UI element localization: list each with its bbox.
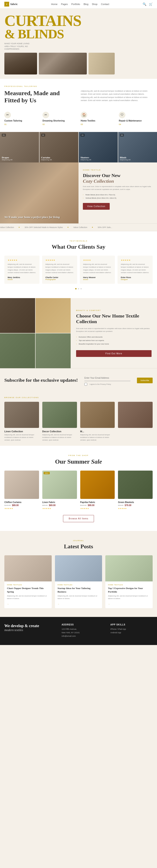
product-linen: SALE Linen Fabric $89.00 $69.00 ★★★★★	[42, 471, 77, 509]
subscribe-title: Subscribe for the exclusive updates!	[4, 377, 78, 383]
service-name-1: Custom Tailoring	[4, 120, 22, 122]
post-title-1: Chart-Topper Designer Trends This Spring	[7, 587, 49, 593]
paprika-image	[80, 471, 115, 499]
services-grid: ✂ Custom Tailoring 01 ✂ Dreaming Shorten…	[4, 112, 153, 125]
testimonial-role-1: Doctor	[8, 279, 36, 280]
logo-text: fabric	[10, 2, 18, 6]
hero-title-line1: CURTAINS	[4, 13, 153, 29]
gallery-item-shutters[interactable]: 03 Shutters Adipiscing elit	[79, 132, 118, 162]
paprika-price: $129.00 $99.00	[80, 504, 115, 506]
nav-links: Home Pages Portfolio Blog Shop Contact	[51, 3, 109, 5]
linen-price-old: $89.00	[42, 504, 48, 506]
cart-icon[interactable]: 🛒	[149, 2, 153, 6]
dot-3[interactable]	[80, 288, 82, 289]
tailoring-heading: Measured, Made and Fitted by Us	[4, 90, 76, 104]
logo[interactable]: f fabric	[4, 2, 18, 6]
footer-brand: We develop & create modern textiles	[4, 623, 55, 632]
cozy-list-item-1: Roller Blinds (from 83cm W x 75cm D)	[83, 193, 153, 196]
textile-image-4	[35, 333, 71, 368]
post-title-2: Startup Ideas for Your Tailoring Busines…	[57, 587, 100, 593]
nav-blog[interactable]: Blog	[83, 3, 88, 5]
gallery-item-blinds[interactable]: 04 Blinds Adipiscing elit	[118, 132, 157, 162]
gallery-grid: 01 Drapes Adipiscing elit 02 Curtains Ad…	[0, 132, 157, 162]
tailoring-label: PROFESSIONAL TAILORING	[4, 85, 153, 87]
hero-image-3	[88, 53, 115, 74]
collection-item-linen: Linen Collection Adipiscing elit, sed do…	[4, 402, 39, 441]
decor-collection-text: Adipiscing elit, sed do eiusmod tempor i…	[42, 434, 77, 441]
textile-label: BEAUTY & COMFORT	[76, 309, 152, 311]
footer-app-line2: Android App	[110, 631, 153, 634]
dot-1[interactable]	[75, 288, 77, 289]
nav-pages[interactable]: Pages	[61, 3, 68, 5]
linen-price: $89.00 $69.00	[42, 504, 77, 506]
collection-image-4	[118, 402, 153, 428]
nav-portfolio[interactable]: Portfolio	[71, 3, 80, 5]
linen-stars: ★★★★★	[42, 507, 77, 509]
browse-all-button[interactable]: Browse All Items	[63, 515, 94, 522]
privacy-checkbox[interactable]	[84, 383, 87, 386]
marquee-bar: Value Collection ✦ 30% OFF Selected Made…	[0, 223, 157, 231]
footer-address-line2: New York, NY 10161	[62, 631, 104, 634]
nav-contact[interactable]: Contact	[101, 3, 109, 5]
collection-item-decor: Decor Collection Adipiscing elit, sed do…	[42, 402, 77, 441]
testimonial-author-2: Charlie Carter	[45, 276, 74, 279]
product-chiffon: Chiffon Curtains $119.00 $89.00 ★★★★★	[4, 471, 39, 509]
email-input[interactable]	[84, 375, 130, 381]
green-blankets-price-old: $99.00	[118, 504, 123, 506]
nav-home[interactable]: Home	[51, 3, 57, 5]
product-paprika: Paprika Fabric $129.00 $99.00 ★★★★★	[80, 471, 115, 509]
service-name-3: Home Textiles	[81, 120, 95, 122]
collection-image-3	[80, 402, 115, 428]
collection-title-3: M...	[80, 430, 115, 433]
view-collection-button[interactable]: View Collection	[83, 203, 110, 210]
testimonial-text-2: Adipiscing elit, sed do eiusmod tempor i…	[45, 263, 74, 274]
cozy-section: We'll make your home a perfect place for…	[0, 162, 157, 223]
post-link-2[interactable]: →	[57, 603, 59, 605]
subscribe-form: I agree to the Privacy Policy	[84, 375, 130, 386]
post-image-3	[105, 555, 153, 582]
textile-list-item-1: Exclusive Offers and discounts	[76, 335, 152, 339]
textile-list-item-2: Tips and advice from our experts	[76, 339, 152, 342]
testimonial-card-1: ★★★★★ Adipiscing elit, sed do eiusmod te…	[4, 256, 40, 284]
testimonial-text-1: Adipiscing elit, sed do eiusmod tempor i…	[8, 263, 36, 274]
search-icon[interactable]: 🔍	[142, 2, 146, 6]
service-name-4: Repair & Maintenance	[119, 120, 141, 122]
dreaming-icon: ✂	[43, 112, 49, 118]
summer-label: FROM THE SHOP	[4, 455, 153, 457]
gallery-item-drapes[interactable]: 01 Drapes Adipiscing elit	[0, 132, 39, 162]
linen-image: SALE	[42, 471, 77, 499]
find-out-more-button[interactable]: Find Out More	[76, 350, 152, 357]
collection-item-3: M... Adipiscing elit, sed do eiusmod tem…	[80, 402, 115, 441]
cozy-image-text: We'll make your home a perfect place for…	[4, 215, 60, 219]
marquee-item-4: 50% OFF Sele...	[98, 226, 112, 228]
post-text-3: Adipiscing elit, sed do eiusmod tempor i…	[108, 595, 150, 600]
service-repair: 🛡 Repair & Maintenance 04	[119, 112, 153, 125]
post-text-1: Adipiscing elit, sed do eiusmod tempor i…	[7, 595, 49, 600]
footer-app-line1: iPhone / iPad App	[110, 628, 153, 630]
footer-brand-line2: modern textiles	[4, 628, 55, 632]
collection-text-3: Adipiscing elit, sed do eiusmod tempor i…	[80, 434, 115, 441]
repair-icon: 🛡	[119, 112, 125, 118]
dot-2[interactable]	[78, 288, 79, 289]
linen-badge: SALE	[44, 472, 50, 474]
post-image-2	[55, 555, 102, 582]
nav-icons: 🔍 🛒	[142, 2, 153, 6]
post-link-1[interactable]: →	[7, 603, 9, 605]
testimonial-author-1: Mary Jenkins	[8, 276, 36, 279]
decor-collection-title: Decor Collection	[42, 430, 77, 433]
nav-shop[interactable]: Shop	[92, 3, 98, 5]
green-blankets-image	[118, 471, 153, 499]
footer: We develop & create modern textiles Addr…	[0, 617, 157, 645]
linen-collection-text: Adipiscing elit, sed do eiusmod tempor i…	[4, 434, 39, 441]
marquee-item-2: 30% OFF Selected Made to Measure Styles	[24, 226, 63, 228]
testimonial-role-4: Designer	[121, 279, 149, 280]
testimonials-label: TESTIMONIALS	[4, 240, 153, 242]
subscribe-button[interactable]: Subscribe	[137, 378, 153, 383]
summer-title: Our Summer Sale	[4, 458, 153, 465]
service-num-2: 02	[43, 123, 45, 125]
post-link-3[interactable]: →	[108, 603, 110, 605]
stars-3: ★★★★	[83, 259, 112, 261]
post-text-2: Adipiscing elit, sed do eiusmod tempor i…	[57, 595, 100, 600]
collections-label: BROWSE OUR COLLECTIONS	[4, 397, 153, 399]
gallery-item-curtains[interactable]: 02 Curtains Adipiscing elit	[40, 132, 78, 162]
